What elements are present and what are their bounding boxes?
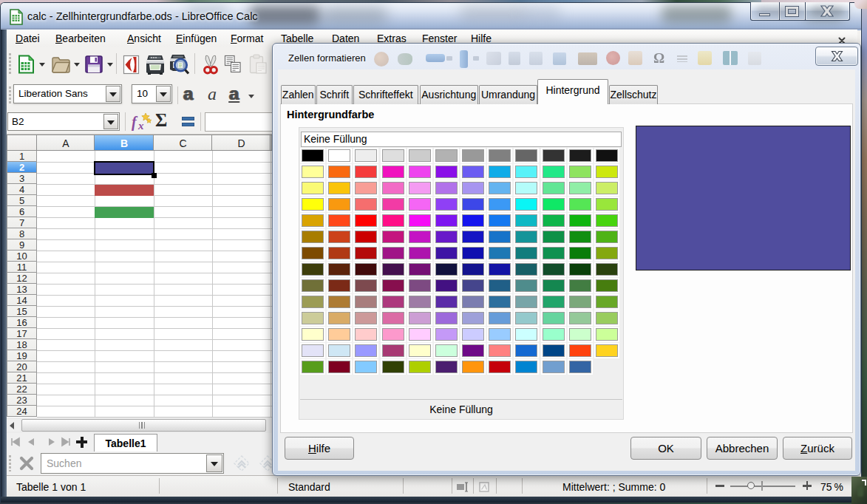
svg-text:x: x [137,120,144,132]
svg-text:f: f [132,114,138,131]
